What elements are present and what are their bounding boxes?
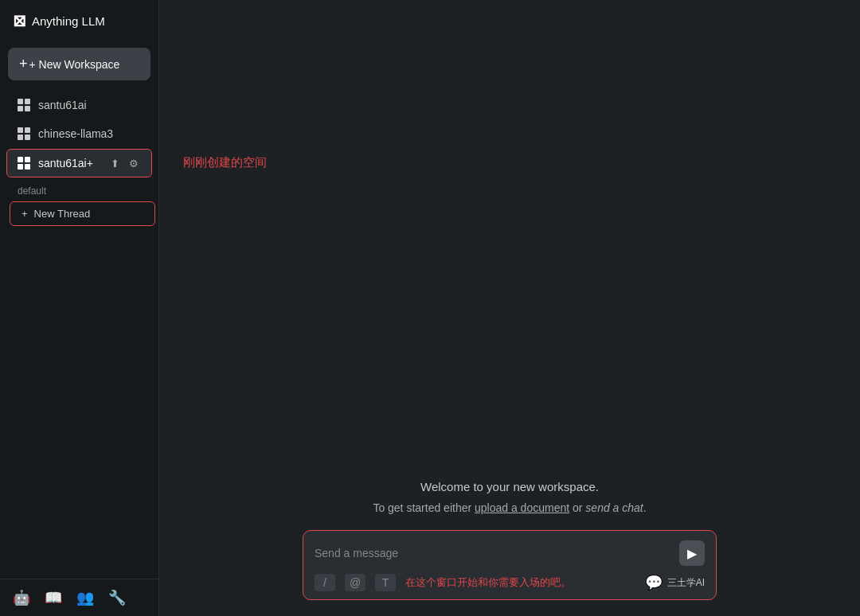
send-button[interactable]: ▶ [679,540,705,566]
workspace-list: santu61ai chinese-llama3 santu61ai+ ⬆ ⚙ … [0,87,158,579]
chat-input-container: ▶ / @ T 在这个窗口开始和你需要入场的吧。 💬 三土学AI [303,530,717,600]
new-thread-label: New Thread [34,208,91,220]
sidebar-footer: 🤖 📖 👥 🔧 [0,579,158,616]
welcome-text: Welcome to your new workspace. [373,480,646,493]
slash-icon: / [323,576,326,589]
workspace-label: santu61ai [38,99,141,111]
wechat-icon: 💬 [645,574,663,591]
plus-icon: + [19,56,28,72]
send-icon: ▶ [687,546,697,561]
send-chat-link: send a chat [585,501,643,514]
book-icon[interactable]: 📖 [45,589,62,606]
agent-icon[interactable]: 🤖 [13,589,30,606]
get-started-text: To get started either upload a document … [373,501,646,514]
chat-input[interactable] [315,547,673,559]
workspace-actions: ⬆ ⚙ [108,156,141,170]
plus-icon: + [22,208,28,220]
chat-input-row: ▶ [315,540,705,566]
workspace-icon [18,99,30,111]
app-logo: ⊠ [13,11,25,30]
upload-document-link[interactable]: upload a document [475,501,569,514]
workspace-label: santu61ai+ [38,157,100,170]
workspace-item-santu61ai[interactable]: santu61ai [6,92,152,119]
workspace-tag: 刚刚创建的空间 [183,155,267,170]
at-icon: @ [350,576,361,589]
get-started-prefix: To get started either [373,501,471,514]
chat-toolbar: / @ T 在这个窗口开始和你需要入场的吧。 💬 三土学AI [315,574,705,591]
new-workspace-button[interactable]: + + New Workspace [8,48,150,80]
chat-area: Welcome to your new workspace. To get st… [159,0,860,616]
welcome-section: Welcome to your new workspace. To get st… [373,480,646,514]
main-content: 刚刚创建的空间 Welcome to your new workspace. T… [159,0,860,616]
settings-icon[interactable]: 🔧 [108,589,126,606]
workspace-item-santu61ai-plus[interactable]: santu61ai+ ⬆ ⚙ [6,149,152,177]
thread-section: default + New Thread [0,179,158,231]
new-thread-button[interactable]: + New Thread [10,201,155,226]
mention-button[interactable]: @ [345,574,366,591]
sidebar: ⊠ Anything LLM + + New Workspace santu61… [0,0,159,616]
new-workspace-label: + New Workspace [29,58,120,71]
text-icon: T [382,576,389,589]
workspace-label: chinese-llama3 [38,127,141,140]
slash-command-button[interactable]: / [315,574,335,591]
sidebar-header: ⊠ Anything LLM [0,0,158,41]
workspace-icon [18,157,30,170]
app-title: Anything LLM [32,14,105,28]
workspace-item-chinese-llama3[interactable]: chinese-llama3 [6,120,152,147]
wechat-watermark: 💬 三土学AI [645,574,705,591]
chinese-overlay-inline: 在这个窗口开始和你需要入场的吧。 [405,575,635,590]
or-text: or [573,501,585,514]
gear-icon[interactable]: ⚙ [127,156,141,170]
period: . [643,501,647,514]
upload-icon[interactable]: ⬆ [108,156,122,170]
workspace-icon [18,127,30,140]
text-format-button[interactable]: T [375,574,396,591]
brand-text: 三土学AI [667,576,705,590]
users-icon[interactable]: 👥 [76,589,94,606]
default-label: default [6,182,158,200]
